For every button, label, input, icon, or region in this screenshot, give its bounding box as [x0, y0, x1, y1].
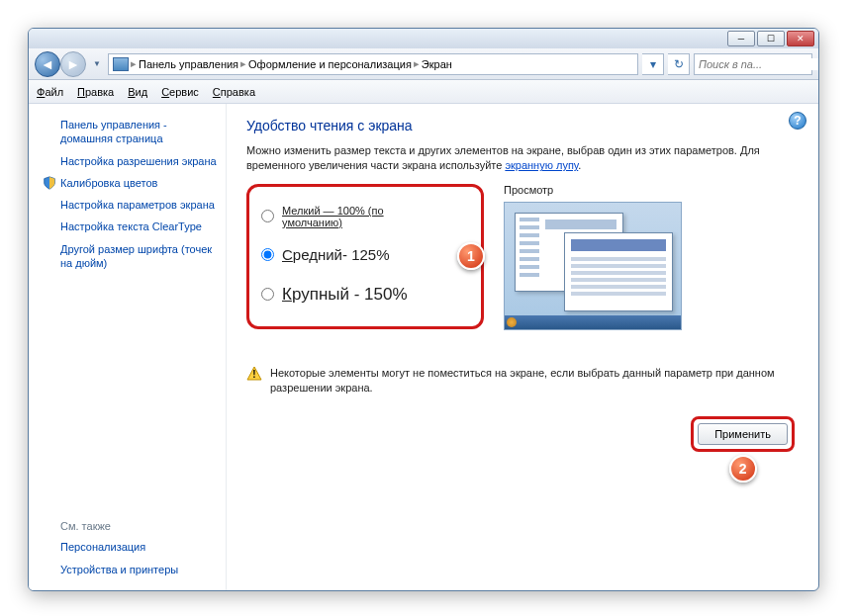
- menu-bar: Файл Правка Вид Сервис Справка: [29, 80, 818, 104]
- menu-help[interactable]: Справка: [213, 86, 255, 98]
- address-bar: ◄ ► ▼ ▸ Панель управления ▸ Оформление и…: [29, 48, 818, 80]
- svg-text:!: !: [252, 369, 255, 380]
- callout-2: 2: [729, 455, 757, 483]
- sidebar-params[interactable]: Настройка параметров экрана: [43, 194, 226, 216]
- close-button[interactable]: ✕: [787, 31, 814, 46]
- nav-history-dropdown[interactable]: ▼: [90, 54, 104, 74]
- main-area: Панель управления - домашняя страница На…: [29, 104, 818, 590]
- content-pane: ? Удобство чтения с экрана Можно изменит…: [227, 104, 818, 590]
- help-icon[interactable]: ?: [789, 112, 806, 130]
- preview-section: Просмотр: [504, 184, 799, 330]
- breadcrumb-leaf[interactable]: Экран: [422, 58, 452, 70]
- refresh-button[interactable]: ↻: [668, 53, 690, 75]
- maximize-button[interactable]: ☐: [757, 31, 785, 46]
- preview-image: [504, 202, 682, 330]
- radio-medium[interactable]: [261, 248, 274, 261]
- radio-small[interactable]: [261, 210, 274, 222]
- sidebar-home[interactable]: Панель управления - домашняя страница: [43, 114, 226, 150]
- breadcrumb-mid[interactable]: Оформление и персонализация: [248, 58, 412, 70]
- back-button[interactable]: ◄: [35, 51, 60, 77]
- warning-row: ! Некоторые элементы могут не поместитьс…: [246, 366, 799, 396]
- preview-label: Просмотр: [504, 184, 799, 196]
- callout-1: 1: [457, 242, 485, 270]
- radio-large-label[interactable]: Крупный - 150%: [282, 285, 408, 305]
- menu-edit[interactable]: Правка: [77, 86, 114, 98]
- radio-large[interactable]: [261, 288, 274, 301]
- control-panel-icon: [113, 57, 129, 71]
- size-options-highlight: Мелкий — 100% (по умолчанию) Средний- 12…: [246, 184, 484, 329]
- titlebar: ─ ☐ ✕: [29, 29, 818, 48]
- forward-button[interactable]: ►: [60, 51, 86, 77]
- radio-medium-label[interactable]: Средний- 125%: [282, 246, 390, 263]
- warning-text: Некоторые элементы могут не поместиться …: [270, 366, 799, 396]
- page-title: Удобство чтения с экрана: [246, 118, 799, 133]
- menu-tools[interactable]: Сервис: [161, 86, 199, 98]
- warning-icon: !: [246, 366, 262, 382]
- page-description: Можно изменить размер текста и других эл…: [246, 143, 799, 174]
- sidebar: Панель управления - домашняя страница На…: [29, 104, 227, 590]
- search-box[interactable]: 🔍: [694, 53, 812, 75]
- sidebar-cleartype[interactable]: Настройка текста ClearType: [43, 216, 226, 237]
- minimize-button[interactable]: ─: [727, 31, 755, 46]
- sidebar-calibrate[interactable]: Калибровка цветов: [43, 172, 226, 194]
- apply-button[interactable]: Применить: [698, 423, 788, 445]
- sidebar-personalization[interactable]: Персонализация: [43, 536, 226, 558]
- apply-highlight: Применить 2: [691, 416, 795, 452]
- breadcrumb-root[interactable]: Панель управления: [139, 58, 238, 70]
- refresh-dropdown[interactable]: ▾: [642, 53, 664, 75]
- search-input[interactable]: [699, 58, 819, 70]
- magnifier-link[interactable]: экранную лупу: [505, 159, 578, 171]
- shield-icon: [43, 176, 56, 190]
- menu-file[interactable]: Файл: [37, 86, 63, 98]
- sidebar-resolution[interactable]: Настройка разрешения экрана: [43, 150, 226, 172]
- control-panel-window: ─ ☐ ✕ ◄ ► ▼ ▸ Панель управления ▸ Оформл…: [28, 28, 819, 591]
- sidebar-seealso-header: См. также: [43, 514, 226, 536]
- breadcrumb[interactable]: ▸ Панель управления ▸ Оформление и персо…: [108, 53, 638, 75]
- sidebar-devices[interactable]: Устройства и принтеры: [43, 559, 226, 580]
- radio-small-label[interactable]: Мелкий — 100% (по умолчанию): [282, 205, 443, 228]
- menu-view[interactable]: Вид: [128, 86, 147, 98]
- sidebar-dpi[interactable]: Другой размер шрифта (точек на дюйм): [43, 238, 226, 275]
